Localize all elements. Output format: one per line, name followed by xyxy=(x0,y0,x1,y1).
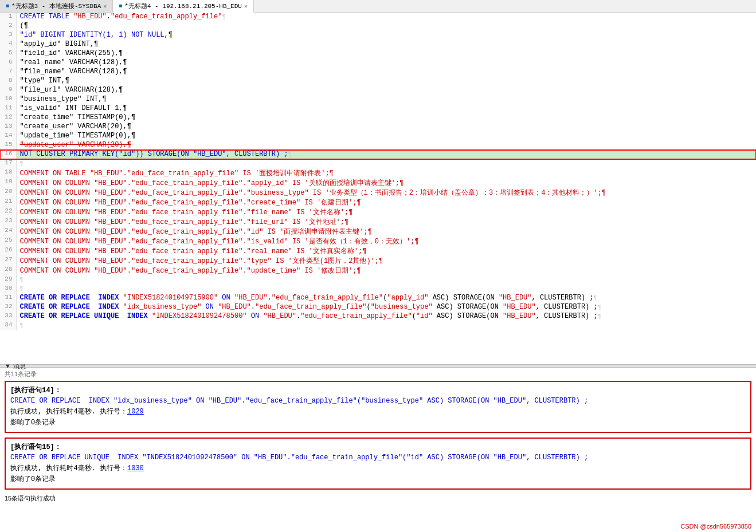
line-content-13: "create_user" VARCHAR(20),¶ xyxy=(16,123,756,132)
tab-1[interactable]: ■ *无标题3 - 本地连接-SYSDBA ✕ xyxy=(0,0,113,12)
line-num-22: 22 xyxy=(0,207,16,217)
tab-2-label: *无标题4 - 192.168.21.205-HB_EDU xyxy=(124,2,242,10)
line-content-32: CREATE OR REPLACE INDEX "idx_business_ty… xyxy=(16,303,756,312)
messages-header: 共11条记录 xyxy=(5,370,751,379)
editor-area[interactable]: 1CREATE TABLE "HB_EDU"."edu_face_train_a… xyxy=(0,13,756,364)
line-num-13: 13 xyxy=(0,123,16,132)
msg-affected-0: 影响了0条记录 xyxy=(10,417,746,427)
line-num-30: 30 xyxy=(0,285,16,294)
line-content-2: (¶ xyxy=(16,22,756,31)
line-content-19: COMMENT ON COLUMN "HB_EDU"."edu_face_tra… xyxy=(16,178,756,188)
csdn-watermark: CSDN @csdn565973850 xyxy=(680,523,751,530)
code-table: 1CREATE TABLE "HB_EDU"."edu_face_train_a… xyxy=(0,13,756,330)
line-content-28: COMMENT ON COLUMN "HB_EDU"."edu_face_tra… xyxy=(16,266,756,275)
line-content-12: "create_time" TIMESTAMP(0),¶ xyxy=(16,113,756,123)
line-content-26: COMMENT ON COLUMN "HB_EDU"."edu_face_tra… xyxy=(16,246,756,256)
line-content-31: CREATE OR REPLACE INDEX "INDEX5182401049… xyxy=(16,294,756,303)
line-num-15: 15 xyxy=(0,141,16,150)
line-num-16: 16 xyxy=(0,150,16,159)
msg-affected-1: 影响了0条记录 xyxy=(10,474,746,484)
line-content-27: COMMENT ON COLUMN "HB_EDU"."edu_face_tra… xyxy=(16,256,756,266)
line-content-9: "file_url" VARCHAR(128),¶ xyxy=(16,86,756,95)
line-num-2: 2 xyxy=(0,22,16,31)
messages-footer: 15条语句执行成功 xyxy=(5,494,751,503)
line-content-20: COMMENT ON COLUMN "HB_EDU"."edu_face_tra… xyxy=(16,188,756,198)
msg-sql-0: CREATE OR REPLACE INDEX "idx_business_ty… xyxy=(10,397,746,405)
tab-bar: ■ *无标题3 - 本地连接-SYSDBA ✕ ■ *无标题4 - 192.16… xyxy=(0,0,756,13)
msg-exec-link-0[interactable]: 1029 xyxy=(127,408,144,416)
msg-sql-1: CREATE OR REPLACE UNIQUE INDEX "INDEX518… xyxy=(10,454,746,462)
line-num-10: 10 xyxy=(0,95,16,104)
line-content-6: "real_name" VARCHAR(128),¶ xyxy=(16,58,756,68)
line-num-21: 21 xyxy=(0,198,16,207)
line-content-18: COMMENT ON TABLE "HB_EDU"."edu_face_trai… xyxy=(16,168,756,178)
line-content-29: ¶ xyxy=(16,275,756,285)
line-num-17: 17 xyxy=(0,159,16,168)
line-content-10: "business_type" INT,¶ xyxy=(16,95,756,104)
line-num-8: 8 xyxy=(0,77,16,86)
line-num-1: 1 xyxy=(0,13,16,22)
messages-panel[interactable]: 共11条记录 [执行语句14]：CREATE OR REPLACE INDEX … xyxy=(0,368,756,532)
line-content-8: "type" INT,¶ xyxy=(16,77,756,86)
line-content-30: ¶ xyxy=(16,285,756,294)
line-content-33: CREATE OR REPLACE UNIQUE INDEX "INDEX518… xyxy=(16,312,756,321)
line-content-14: "update_time" TIMESTAMP(0),¶ xyxy=(16,132,756,141)
line-content-17: ¶ xyxy=(16,159,756,168)
msg-block-0: [执行语句14]：CREATE OR REPLACE INDEX "idx_bu… xyxy=(5,381,751,433)
line-content-7: "file_name" VARCHAR(128),¶ xyxy=(16,68,756,77)
line-content-22: COMMENT ON COLUMN "HB_EDU"."edu_face_tra… xyxy=(16,207,756,217)
tab-1-close[interactable]: ✕ xyxy=(103,3,107,10)
line-num-11: 11 xyxy=(0,104,16,113)
line-num-9: 9 xyxy=(0,86,16,95)
line-num-33: 33 xyxy=(0,312,16,321)
line-num-14: 14 xyxy=(0,132,16,141)
msg-block-1: [执行语句15]：CREATE OR REPLACE UNIQUE INDEX … xyxy=(5,438,751,490)
line-num-18: 18 xyxy=(0,168,16,178)
line-content-25: COMMENT ON COLUMN "HB_EDU"."edu_face_tra… xyxy=(16,237,756,246)
line-content-11: "is_valid" INT DEFAULT 1,¶ xyxy=(16,104,756,113)
msg-stmt-0: [执行语句14]： xyxy=(10,385,746,395)
msg-result-0: 执行成功, 执行耗时4毫秒. 执行号：1029 xyxy=(10,407,746,416)
tab-1-icon: ■ xyxy=(6,3,9,9)
line-num-20: 20 xyxy=(0,188,16,198)
msg-result-1: 执行成功, 执行耗时4毫秒. 执行号：1030 xyxy=(10,463,746,473)
line-num-7: 7 xyxy=(0,68,16,77)
line-num-26: 26 xyxy=(0,246,16,256)
line-num-29: 29 xyxy=(0,275,16,285)
msg-stmt-1: [执行语句15]： xyxy=(10,442,746,452)
line-num-27: 27 xyxy=(0,256,16,266)
line-num-6: 6 xyxy=(0,58,16,68)
line-content-1: CREATE TABLE "HB_EDU"."edu_face_train_ap… xyxy=(16,13,756,22)
tab-2-icon: ■ xyxy=(119,3,122,9)
line-num-5: 5 xyxy=(0,49,16,58)
line-content-21: COMMENT ON COLUMN "HB_EDU"."edu_face_tra… xyxy=(16,198,756,207)
tab-2-close[interactable]: ✕ xyxy=(244,3,248,10)
line-num-34: 34 xyxy=(0,321,16,330)
line-content-15: "update_user" VARCHAR(20),¶ xyxy=(16,141,756,150)
line-num-24: 24 xyxy=(0,227,16,237)
line-num-32: 32 xyxy=(0,303,16,312)
line-content-16: NOT CLUSTER PRIMARY KEY("id")) STORAGE(O… xyxy=(16,150,756,159)
line-num-23: 23 xyxy=(0,217,16,227)
line-content-23: COMMENT ON COLUMN "HB_EDU"."edu_face_tra… xyxy=(16,217,756,227)
tab-2[interactable]: ■ *无标题4 - 192.168.21.205-HB_EDU ✕ xyxy=(113,0,254,13)
line-num-28: 28 xyxy=(0,266,16,275)
line-content-3: "id" BIGINT IDENTITY(1, 1) NOT NULL,¶ xyxy=(16,31,756,40)
line-num-4: 4 xyxy=(0,40,16,49)
line-content-24: COMMENT ON COLUMN "HB_EDU"."edu_face_tra… xyxy=(16,227,756,237)
line-num-3: 3 xyxy=(0,31,16,40)
line-content-34: ¶ xyxy=(16,321,756,330)
line-content-4: "apply_id" BIGINT,¶ xyxy=(16,40,756,49)
line-num-19: 19 xyxy=(0,178,16,188)
line-num-25: 25 xyxy=(0,237,16,246)
tab-1-label: *无标题3 - 本地连接-SYSDBA xyxy=(11,2,101,10)
line-content-5: "field_id" VARCHAR(255),¶ xyxy=(16,49,756,58)
msg-exec-link-1[interactable]: 1030 xyxy=(127,464,144,472)
line-num-12: 12 xyxy=(0,113,16,123)
line-num-31: 31 xyxy=(0,294,16,303)
